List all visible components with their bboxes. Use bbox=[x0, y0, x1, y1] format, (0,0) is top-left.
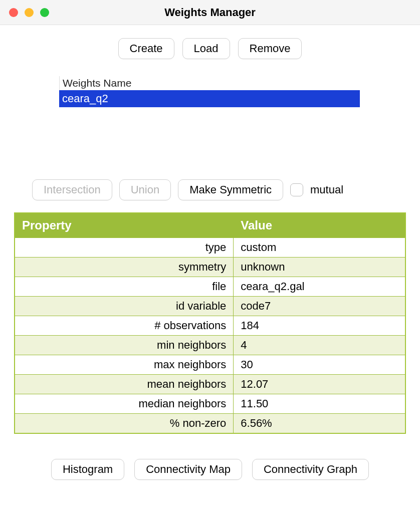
property-name: file bbox=[15, 277, 234, 297]
property-value: unknown bbox=[234, 258, 405, 277]
table-row[interactable]: # observations184 bbox=[15, 316, 405, 336]
minimize-icon[interactable] bbox=[25, 8, 34, 17]
union-button[interactable]: Union bbox=[119, 179, 171, 200]
property-table: Property Value typecustomsymmetryunknown… bbox=[14, 212, 406, 434]
table-row[interactable]: fileceara_q2.gal bbox=[15, 277, 405, 297]
close-icon[interactable] bbox=[9, 8, 18, 17]
property-value: 184 bbox=[234, 316, 405, 336]
weights-list: Weights Name ceara_q2 bbox=[59, 76, 360, 107]
property-value: 4 bbox=[234, 336, 405, 355]
table-row[interactable]: typecustom bbox=[15, 238, 405, 258]
property-value: 6.56% bbox=[234, 414, 405, 434]
load-button[interactable]: Load bbox=[182, 38, 230, 59]
property-name: # observations bbox=[15, 316, 234, 336]
header-property: Property bbox=[15, 213, 234, 238]
property-name: min neighbors bbox=[15, 336, 234, 355]
weights-list-header[interactable]: Weights Name bbox=[59, 76, 360, 90]
property-name: median neighbors bbox=[15, 394, 234, 414]
mutual-label: mutual bbox=[310, 183, 343, 196]
titlebar: Weights Manager bbox=[0, 0, 420, 25]
property-value: custom bbox=[234, 238, 405, 258]
property-value: code7 bbox=[234, 297, 405, 316]
table-header-row: Property Value bbox=[15, 213, 405, 238]
table-row[interactable]: mean neighbors12.07 bbox=[15, 375, 405, 394]
table-row[interactable]: symmetryunknown bbox=[15, 258, 405, 277]
weights-list-row-selected[interactable]: ceara_q2 bbox=[59, 90, 360, 107]
connectivity-graph-button[interactable]: Connectivity Graph bbox=[252, 459, 369, 480]
property-name: % non-zero bbox=[15, 414, 234, 434]
property-name: max neighbors bbox=[15, 355, 234, 375]
remove-button[interactable]: Remove bbox=[238, 38, 302, 59]
property-value: ceara_q2.gal bbox=[234, 277, 405, 297]
bottom-button-row: Histogram Connectivity Map Connectivity … bbox=[0, 434, 420, 480]
table-row[interactable]: max neighbors30 bbox=[15, 355, 405, 375]
property-value: 11.50 bbox=[234, 394, 405, 414]
connectivity-map-button[interactable]: Connectivity Map bbox=[134, 459, 242, 480]
make-symmetric-button[interactable]: Make Symmetric bbox=[178, 179, 283, 200]
property-name: id variable bbox=[15, 297, 234, 316]
property-name: type bbox=[15, 238, 234, 258]
table-row[interactable]: id variablecode7 bbox=[15, 297, 405, 316]
top-button-row: Create Load Remove bbox=[0, 25, 420, 76]
table-row[interactable]: min neighbors4 bbox=[15, 336, 405, 355]
histogram-button[interactable]: Histogram bbox=[51, 459, 124, 480]
table-row[interactable]: % non-zero6.56% bbox=[15, 414, 405, 434]
table-row[interactable]: median neighbors11.50 bbox=[15, 394, 405, 414]
mutual-checkbox[interactable] bbox=[290, 183, 303, 196]
intersection-button[interactable]: Intersection bbox=[32, 179, 112, 200]
operations-row: Intersection Union Make Symmetric mutual bbox=[0, 179, 420, 200]
window-title: Weights Manager bbox=[0, 6, 420, 19]
property-value: 12.07 bbox=[234, 375, 405, 394]
header-value: Value bbox=[234, 213, 405, 238]
property-name: mean neighbors bbox=[15, 375, 234, 394]
maximize-icon[interactable] bbox=[40, 8, 49, 17]
traffic-lights bbox=[0, 8, 49, 17]
create-button[interactable]: Create bbox=[118, 38, 174, 59]
property-name: symmetry bbox=[15, 258, 234, 277]
property-value: 30 bbox=[234, 355, 405, 375]
